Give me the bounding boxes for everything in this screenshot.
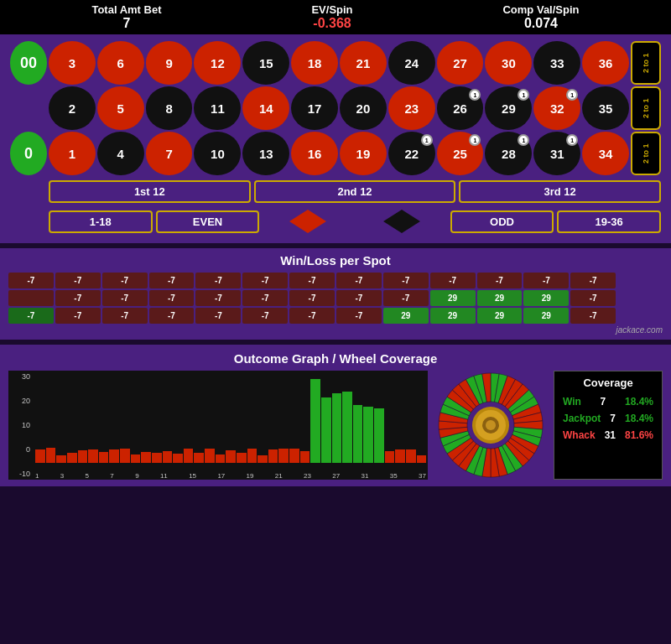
graph-x-label: 11 <box>160 472 168 480</box>
number-cell-2[interactable]: 2 <box>49 86 96 130</box>
wl-cell: -7 <box>570 290 616 306</box>
number-cell-7[interactable]: 7 <box>146 132 193 175</box>
wl-cell: -7 <box>8 308 54 324</box>
number-cell-13[interactable]: 13 <box>242 132 289 175</box>
bet-1-18[interactable]: 1-18 <box>49 210 153 233</box>
graph-bar <box>46 448 56 463</box>
number-cell-32[interactable]: 321 <box>533 86 580 130</box>
number-cell-27[interactable]: 27 <box>437 41 484 85</box>
number-cell-5[interactable]: 5 <box>97 86 144 130</box>
number-cell-24[interactable]: 24 <box>388 41 435 85</box>
wl-cell: -7 <box>289 273 335 288</box>
bet-19-36[interactable]: 19-36 <box>557 210 661 233</box>
chip-marker: 1 <box>518 134 529 146</box>
graph-bar <box>88 449 98 463</box>
number-cell-14[interactable]: 14 <box>242 86 289 130</box>
number-cell-6[interactable]: 6 <box>97 41 144 85</box>
wl-cell: -7 <box>149 308 195 324</box>
number-cell-8[interactable]: 8 <box>146 86 193 130</box>
number-cell-28[interactable]: 281 <box>485 132 532 175</box>
graph-bar <box>120 449 130 463</box>
coverage-table: Coverage Win 7 18.4% Jackpot 7 18.4% Wha… <box>554 371 663 480</box>
number-cell-29[interactable]: 291 <box>485 86 532 130</box>
graph-x-label: 27 <box>332 472 340 480</box>
winloss-row1: -7-7-7-7-7-7-7-7-7-7-7-7-7 <box>8 273 663 288</box>
number-cell-31[interactable]: 311 <box>533 132 580 175</box>
two-to-one-bot[interactable]: 2 to 1 <box>631 132 661 175</box>
wl-cell: -7 <box>55 308 101 324</box>
number-cell-25[interactable]: 251 <box>437 132 484 175</box>
number-cell-10[interactable]: 10 <box>194 132 241 175</box>
number-cell-1[interactable]: 1 <box>49 132 96 175</box>
graph-x-label: 3 <box>60 472 64 480</box>
number-cell-17[interactable]: 17 <box>291 86 338 130</box>
number-cell-26[interactable]: 261 <box>437 86 484 130</box>
number-cell-19[interactable]: 19 <box>340 132 387 175</box>
bet-even[interactable]: EVEN <box>156 210 260 233</box>
number-cell-16[interactable]: 16 <box>291 132 338 175</box>
comp-val-label: Comp Val/Spin <box>502 3 579 16</box>
total-amt-bet-label: Total Amt Bet <box>91 3 161 16</box>
wl-cell: 29 <box>523 290 569 306</box>
wl-cell: -7 <box>195 290 241 306</box>
number-cell-20[interactable]: 20 <box>340 86 387 130</box>
number-cell-35[interactable]: 35 <box>582 86 629 130</box>
two-to-one-top[interactable]: 2 to 1 <box>631 41 661 85</box>
graph-bar <box>205 449 215 463</box>
svg-marker-1 <box>383 210 420 233</box>
graph-x-label: 23 <box>304 472 311 480</box>
double-zero-cell[interactable]: 00 <box>10 41 47 85</box>
dozen-3-cell[interactable]: 3rd 12 <box>459 180 661 203</box>
jackace-label: jackace.com <box>8 325 663 335</box>
winloss-row2: -7-7-7-7-7-7-7-7292929-7 <box>8 290 663 306</box>
winloss-row3: -7-7-7-7-7-7-7-729292929-7 <box>8 308 663 324</box>
red-diamond[interactable] <box>263 206 353 236</box>
number-cell-9[interactable]: 9 <box>146 41 193 85</box>
graph-bar <box>109 449 119 463</box>
graph-bar <box>35 449 45 463</box>
graph-x-label: 15 <box>189 472 196 480</box>
wl-cell: -7 <box>289 290 335 306</box>
number-cell-12[interactable]: 12 <box>194 41 241 85</box>
graph-x-labels: 1357911151719212327313537 <box>34 472 428 480</box>
number-cell-18[interactable]: 18 <box>291 41 338 85</box>
number-cell-21[interactable]: 21 <box>340 41 387 85</box>
zero-cell[interactable]: 0 <box>10 132 47 175</box>
number-cell-23[interactable]: 23 <box>388 86 435 130</box>
graph-bar <box>321 397 331 463</box>
graph-x-label: 19 <box>247 472 254 480</box>
two-to-one-column: 2 to 1 2 to 1 2 to 1 <box>631 41 661 175</box>
number-cell-30[interactable]: 30 <box>485 41 532 85</box>
graph-bar <box>194 453 204 463</box>
dozen-1-cell[interactable]: 1st 12 <box>49 180 251 203</box>
wl-cell: -7 <box>195 273 241 288</box>
number-cell-4[interactable]: 4 <box>97 132 144 175</box>
number-cell-34[interactable]: 34 <box>582 132 629 175</box>
graph-y-label: 0 <box>8 445 32 454</box>
svg-marker-0 <box>289 210 326 233</box>
coverage-whack-row: Whack 31 81.6% <box>563 429 653 441</box>
number-cell-33[interactable]: 33 <box>533 41 580 85</box>
number-cell-15[interactable]: 15 <box>242 41 289 85</box>
coverage-jackpot-label: Jackpot <box>563 413 601 424</box>
wl-cell: -7 <box>102 273 148 288</box>
wl-cell: 29 <box>383 308 429 324</box>
number-cell-22[interactable]: 221 <box>388 132 435 175</box>
graph-bar <box>152 453 162 463</box>
number-cell-36[interactable]: 36 <box>582 41 629 85</box>
wl-cell: -7 <box>336 308 382 324</box>
coverage-jackpot-pct: 18.4% <box>625 413 653 424</box>
numbers-grid: 3691215182124273033362581114172023261291… <box>49 41 629 175</box>
wl-cell: -7 <box>149 273 195 288</box>
number-cell-3[interactable]: 3 <box>49 41 96 85</box>
wl-cell: 29 <box>523 308 569 324</box>
black-diamond[interactable] <box>356 206 447 236</box>
graph-bar <box>353 405 363 463</box>
bet-odd[interactable]: ODD <box>450 210 554 233</box>
stats-bar: Total Amt Bet 7 EV/Spin -0.368 Comp Val/… <box>0 0 671 34</box>
chip-marker: 1 <box>518 89 529 101</box>
wl-cell: -7 <box>149 290 195 306</box>
dozen-2-cell[interactable]: 2nd 12 <box>254 180 456 203</box>
number-cell-11[interactable]: 11 <box>194 86 241 130</box>
two-to-one-mid[interactable]: 2 to 1 <box>631 86 661 130</box>
